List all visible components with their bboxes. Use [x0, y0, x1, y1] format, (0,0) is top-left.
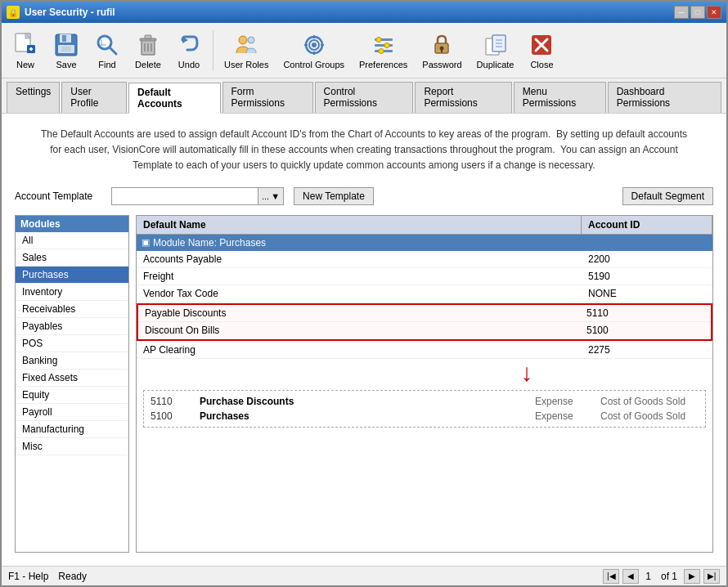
module-item-sales[interactable]: Sales [16, 249, 128, 267]
maximize-button[interactable]: □ [690, 6, 705, 19]
status-bar: F1 - Help Ready |◀ ◀ 1 of 1 ▶ ▶| [2, 566, 726, 585]
svg-rect-11 [61, 47, 71, 52]
minimize-button[interactable]: ─ [674, 6, 689, 19]
table-row[interactable]: Accounts Payable 2200 [137, 251, 712, 268]
undo-label: Undo [178, 60, 200, 69]
row-id-accounts-payable: 2200 [582, 251, 712, 267]
svg-rect-9 [62, 35, 66, 42]
row-name-accounts-payable: Accounts Payable [137, 251, 582, 267]
close-button[interactable]: Close [523, 28, 560, 74]
module-item-manufacturing[interactable]: Manufacturing [16, 421, 128, 438]
default-segment-button[interactable]: Default Segment [622, 187, 713, 205]
module-item-banking[interactable]: Banking [16, 352, 128, 370]
nav-prev-button[interactable]: ◀ [622, 569, 639, 584]
tab-form-permissions[interactable]: Form Permissions [222, 82, 313, 113]
password-button[interactable]: Password [416, 28, 467, 74]
save-button[interactable]: Save [47, 28, 85, 74]
accounts-panel: Default Name Account ID ▣ Module Name: P… [136, 215, 713, 553]
delete-button[interactable]: Delete [129, 28, 167, 74]
tab-bar: Settings User Profile Default Accounts F… [2, 78, 726, 114]
bottom-type-1: Expense [535, 396, 600, 407]
description-text: The Default Accounts are used to assign … [15, 127, 713, 174]
duplicate-button[interactable]: Duplicate [471, 28, 520, 74]
tab-user-profile[interactable]: User Profile [61, 82, 127, 113]
svg-point-37 [379, 48, 384, 53]
control-groups-icon [301, 32, 327, 58]
tab-menu-permissions[interactable]: Menu Permissions [514, 82, 606, 113]
close-label: Close [530, 60, 553, 69]
nav-first-button[interactable]: |◀ [603, 569, 619, 584]
svg-point-39 [440, 46, 444, 50]
nav-last-button[interactable]: ▶| [703, 569, 720, 584]
main-area: Modules All Sales Purchases Inventory Re… [15, 215, 713, 553]
bottom-data-row-1: 5110 Purchase Discounts Expense Cost of … [144, 394, 705, 409]
content-area: The Default Accounts are used to assign … [2, 114, 726, 566]
account-template-input[interactable] [111, 187, 258, 205]
row-name-discount-on-bills: Discount On Bills [138, 322, 580, 338]
tab-report-permissions[interactable]: Report Permissions [415, 82, 511, 113]
table-row[interactable]: Vendor Tax Code NONE [137, 285, 712, 302]
table-row-discount-on-bills[interactable]: Discount On Bills 5100 [138, 322, 711, 339]
module-item-misc[interactable]: Misc [16, 438, 128, 455]
new-label: New [16, 60, 34, 69]
svg-line-13 [110, 47, 116, 54]
column-header-id: Account ID [582, 216, 712, 234]
close-window-button[interactable]: ✕ [707, 6, 721, 19]
row-name-vendor-tax: Vendor Tax Code [137, 285, 582, 302]
duplicate-icon [483, 32, 509, 58]
module-item-inventory[interactable]: Inventory [16, 284, 128, 301]
table-row-payable-discounts[interactable]: Payable Discounts 5110 [138, 305, 711, 322]
module-item-payables[interactable]: Payables [16, 318, 128, 335]
module-item-equity[interactable]: Equity [16, 387, 128, 404]
preferences-button[interactable]: Preferences [353, 28, 413, 74]
modules-panel: Modules All Sales Purchases Inventory Re… [15, 215, 129, 553]
tab-dashboard-permissions[interactable]: Dashboard Permissions [608, 82, 721, 113]
tab-control-permissions[interactable]: Control Permissions [315, 82, 414, 113]
template-input-group: ...▼ [111, 187, 284, 205]
module-item-payroll[interactable]: Payroll [16, 404, 128, 421]
row-id-vendor-tax: NONE [582, 285, 712, 302]
svg-point-27 [312, 43, 317, 47]
tab-settings[interactable]: Settings [7, 82, 60, 113]
user-roles-icon [233, 32, 259, 58]
window-title: User Security - rufil [25, 7, 115, 18]
close-icon [528, 32, 555, 58]
save-icon [53, 32, 79, 58]
tab-default-accounts[interactable]: Default Accounts [128, 83, 220, 114]
svg-point-35 [376, 37, 381, 42]
table-row[interactable]: AP Clearing 2275 [137, 342, 712, 359]
window-controls: ─ □ ✕ [674, 6, 721, 19]
status-text: Ready [58, 571, 87, 582]
control-groups-button[interactable]: Control Groups [277, 28, 350, 74]
bottom-category-1: Cost of Goods Sold [600, 396, 699, 407]
find-button[interactable]: Find [88, 28, 126, 74]
user-roles-label: User Roles [224, 60, 268, 69]
user-roles-button[interactable]: User Roles [218, 28, 274, 74]
page-number: 1 [645, 571, 651, 582]
password-icon [429, 32, 455, 58]
template-browse-button[interactable]: ...▼ [258, 187, 284, 205]
preferences-icon [371, 32, 397, 58]
new-template-button[interactable]: New Template [294, 187, 374, 205]
arrow-indicator: ↓ [341, 359, 712, 387]
module-item-purchases[interactable]: Purchases [16, 267, 128, 284]
account-template-label: Account Template [15, 190, 105, 202]
table-header: Default Name Account ID [137, 216, 712, 235]
table-row[interactable]: Freight 5190 [137, 268, 712, 285]
module-item-fixed-assets[interactable]: Fixed Assets [16, 370, 128, 387]
help-text: F1 - Help [8, 571, 48, 582]
group-collapse-icon[interactable]: ▣ [142, 237, 150, 248]
new-button[interactable]: New [7, 28, 44, 74]
module-item-all[interactable]: All [16, 232, 128, 249]
control-groups-label: Control Groups [283, 60, 344, 69]
module-item-receivables[interactable]: Receivables [16, 301, 128, 318]
table-body: ▣ Module Name: Purchases Accounts Payabl… [137, 235, 712, 552]
row-id-discount-on-bills: 5100 [580, 322, 711, 338]
nav-next-button[interactable]: ▶ [684, 569, 700, 584]
module-item-pos[interactable]: POS [16, 335, 128, 352]
undo-button[interactable]: Undo [170, 28, 208, 74]
row-name-payable-discounts: Payable Discounts [138, 305, 580, 321]
save-label: Save [56, 60, 76, 69]
window-icon: 🔒 [7, 6, 20, 19]
row-id-ap-clearing: 2275 [582, 342, 712, 358]
